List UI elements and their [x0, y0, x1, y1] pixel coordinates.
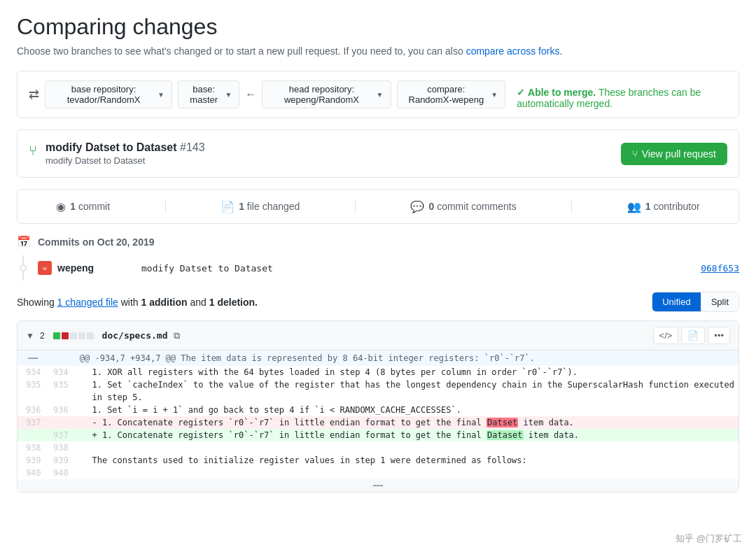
line-num-old: 935	[18, 378, 46, 391]
caret-icon: ▼	[491, 91, 498, 99]
diff-line: 938 938	[18, 441, 738, 454]
stat-commits: ◉ 1 commit	[56, 200, 110, 213]
base-repo-dropdown[interactable]: base repository: tevador/RandomX ▼	[45, 80, 172, 108]
compare-bar: ⇄ base repository: tevador/RandomX ▼ bas…	[17, 71, 739, 118]
neutral-block	[78, 332, 85, 339]
expand-content[interactable]: ⋯⋯	[18, 479, 738, 492]
commit-dot	[20, 264, 27, 271]
line-num-old: 939	[18, 454, 46, 467]
commit-icon: ◉	[56, 200, 66, 213]
removed-block	[62, 332, 69, 339]
diff-line: 936 936 1. Set `i = i + 1` and go back t…	[18, 404, 738, 416]
stats-bar: ◉ 1 commit 📄 1 file changed 💬 0 commit c…	[17, 189, 739, 224]
line-num-new: 938	[46, 441, 73, 454]
file-change-count: 2	[40, 331, 45, 341]
arrow-icon: ←	[245, 88, 256, 101]
neutral-block	[87, 332, 94, 339]
line-num-new: 940	[46, 467, 73, 479]
diff-line: 940 940	[18, 467, 738, 479]
file-icon: 📄	[220, 200, 234, 213]
split-view-button[interactable]: Split	[701, 292, 738, 311]
timeline-date: 📅 Commits on Oct 20, 2019	[17, 235, 739, 248]
compare-forks-link[interactable]: compare across forks.	[466, 45, 563, 57]
line-num-new	[46, 391, 73, 404]
commit-sha-link[interactable]: 068f653	[701, 263, 739, 274]
pr-info: modify Datset to Dataset #143 modify Dat…	[46, 141, 205, 166]
line-num-new	[46, 416, 73, 429]
page-title: Comparing changes	[17, 14, 739, 40]
hunk-line-num-left: ⋯⋯	[18, 351, 46, 366]
line-num-new: 939	[46, 454, 73, 467]
diff-line: 934 934 1. XOR all registers with the 64…	[18, 366, 738, 378]
page-subtitle: Choose two branches to see what's change…	[17, 45, 739, 57]
diff-line-added: 937 + 1. Concatenate registers `r0`-`r7`…	[18, 429, 738, 441]
timeline-section: 📅 Commits on Oct 20, 2019 w wepeng modif…	[17, 235, 739, 281]
collapse-button[interactable]: ▼	[26, 331, 34, 341]
line-num-old	[18, 429, 46, 441]
pr-title: modify Datset to Dataset #143	[46, 141, 205, 154]
removed-word: Datset	[486, 418, 518, 427]
pr-card-left: ⑂ modify Datset to Dataset #143 modify D…	[29, 141, 205, 166]
line-num-new: 935	[46, 378, 73, 391]
view-code-button[interactable]: </>	[653, 327, 679, 344]
checkmark-icon: ✓	[517, 87, 525, 98]
files-changed-header: Showing 1 changed file with 1 addition a…	[17, 292, 739, 312]
line-num-old: 938	[18, 441, 46, 454]
compare-icon: ⇄	[29, 87, 39, 102]
file-diff-card: ▼ 2 doc/specs.md ⧉ </> 📄 ••• ⋯⋯ @@ -934	[17, 320, 739, 493]
merge-status: ✓ Able to merge. These branches can be a…	[517, 87, 727, 109]
line-content	[73, 467, 738, 479]
caret-icon: ▼	[158, 91, 164, 99]
caret-icon: ▼	[377, 91, 384, 99]
unified-view-button[interactable]: Unified	[652, 292, 700, 311]
diff-view-buttons: Unified Split	[652, 292, 739, 312]
line-num-old	[18, 391, 46, 404]
pr-btn-icon: ⑂	[632, 148, 638, 160]
avatar: w	[38, 261, 52, 275]
line-content: - 1. Concatenate registers `r0`-`r7` in …	[73, 416, 738, 429]
stat-files: 📄 1 file changed	[220, 200, 300, 213]
pr-description: modify Datset to Dataset	[46, 155, 205, 166]
pr-icon: ⑂	[29, 143, 37, 159]
file-diff-header: ▼ 2 doc/specs.md ⧉ </> 📄 •••	[18, 321, 738, 351]
line-num-new: 937	[46, 429, 73, 441]
head-repo-dropdown[interactable]: head repository: wepeng/RandomX ▼	[262, 80, 391, 108]
comment-icon: 💬	[410, 200, 424, 213]
stat-divider	[355, 199, 356, 213]
diff-line-removed: 937 - 1. Concatenate registers `r0`-`r7`…	[18, 416, 738, 429]
files-changed-text: Showing 1 changed file with 1 addition a…	[17, 297, 258, 308]
line-num-old: 940	[18, 467, 46, 479]
view-pr-button[interactable]: ⑂ View pull request	[621, 143, 727, 165]
file-name: doc/specs.md	[102, 330, 168, 341]
line-content	[73, 441, 738, 454]
commit-row: w wepeng modify Datset to Dataset 068f65…	[22, 255, 739, 281]
line-num-old: 936	[18, 404, 46, 416]
line-num-new: 934	[46, 366, 73, 378]
stat-divider	[165, 199, 166, 213]
stat-contributors: 👥 1 contributor	[627, 200, 700, 213]
change-blocks	[53, 332, 94, 339]
copy-icon[interactable]: ⧉	[174, 330, 180, 341]
base-branch-dropdown[interactable]: base: master ▼	[178, 80, 239, 108]
view-file-button[interactable]: 📄	[681, 327, 705, 344]
line-num-old: 934	[18, 366, 46, 378]
diff-line: 935 935 1. Set `cacheIndex` to the value…	[18, 378, 738, 391]
diff-hunk-header: ⋯⋯ @@ -934,7 +934,7 @@ The item data is …	[18, 351, 738, 366]
line-content: The constants used to initialize registe…	[73, 454, 738, 467]
diff-table: ⋯⋯ @@ -934,7 +934,7 @@ The item data is …	[18, 351, 738, 492]
changed-file-link[interactable]: 1 changed file	[57, 297, 118, 308]
line-content: 1. XOR all registers with the 64 bytes l…	[73, 366, 738, 378]
hunk-header-content: @@ -934,7 +934,7 @@ The item data is rep…	[73, 351, 738, 366]
calendar-icon: 📅	[17, 235, 31, 248]
line-content: 1. Set `i = i + 1` and go back to step 4…	[73, 404, 738, 416]
line-num-new: 936	[46, 404, 73, 416]
added-word: Dataset	[486, 430, 524, 440]
more-options-button[interactable]: •••	[708, 327, 730, 344]
line-content: + 1. Concatenate registers `r0`-`r7` in …	[73, 429, 738, 441]
diff-line: 939 939 The constants used to initialize…	[18, 454, 738, 467]
diff-expand-row: ⋯⋯	[18, 479, 738, 492]
compare-branch-dropdown[interactable]: compare: RandomX-wepeng ▼	[397, 80, 506, 108]
contributors-icon: 👥	[627, 200, 641, 213]
pr-card: ⑂ modify Datset to Dataset #143 modify D…	[17, 129, 739, 178]
line-num-old: 937	[18, 416, 46, 429]
